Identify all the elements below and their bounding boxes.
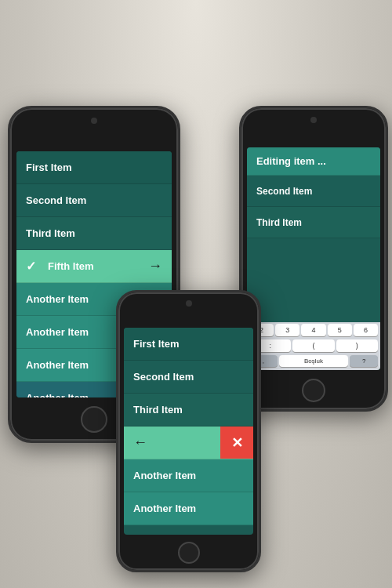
phone-camera-center <box>186 300 192 307</box>
list-item-label: First Item <box>26 162 162 173</box>
list-item-label: Third Item <box>256 217 302 228</box>
delete-button[interactable]: ✕ <box>220 426 253 459</box>
keyboard: 23456:(),Boşluk? <box>247 322 380 370</box>
list-item[interactable]: Third Item <box>247 207 380 238</box>
list-item-label: Third Item <box>26 227 162 239</box>
phone-camera-right <box>310 117 317 123</box>
phone-screen-right: Editing item ...Second ItemThird Item234… <box>247 147 380 370</box>
key-sym[interactable]: ) <box>336 339 378 352</box>
list-item[interactable]: Third Item <box>124 394 253 426</box>
key-3[interactable]: 3 <box>275 324 299 336</box>
checkmark-icon: ✓ <box>26 259 42 274</box>
arrow-left-icon: ← <box>133 434 147 451</box>
key-sym[interactable]: ( <box>292 339 334 352</box>
list-item-label: Third Item <box>133 404 183 416</box>
list-item[interactable]: ✓Fifth Item→ <box>16 250 172 283</box>
list-item[interactable]: First Item <box>16 151 172 184</box>
list-item-label: First Item <box>133 338 180 350</box>
list-item-label: Fifth Item <box>48 260 162 272</box>
list-item[interactable]: Second Item <box>247 176 380 207</box>
phone-camera <box>91 118 97 124</box>
arrow-right-icon: → <box>148 258 162 274</box>
cross-icon: ✕ <box>231 434 243 452</box>
key-6[interactable]: 6 <box>354 324 378 336</box>
list-item-label: Second Item <box>133 371 194 383</box>
phone-center-bottom: First ItemSecond ItemThird Item←✕Another… <box>116 290 261 572</box>
list-item-label: Second Item <box>256 186 312 197</box>
list-item[interactable]: Second Item <box>124 361 253 394</box>
list-item[interactable]: First Item <box>124 328 253 361</box>
list-item[interactable]: Another Item <box>124 459 253 492</box>
phone-home-button-right[interactable] <box>302 379 325 402</box>
phone-right: Editing item ...Second ItemThird Item234… <box>239 106 388 412</box>
key-5[interactable]: 5 <box>328 324 352 336</box>
list-item-label: Another Item <box>133 470 196 481</box>
phone-home-button-center[interactable] <box>178 542 200 564</box>
key-space[interactable]: Boşluk <box>279 355 349 367</box>
editing-item-row[interactable]: Editing item ... <box>247 147 380 176</box>
list-item[interactable]: Third Item <box>16 217 172 250</box>
list-item[interactable]: Second Item <box>16 184 172 217</box>
phone-screen-center: First ItemSecond ItemThird Item←✕Another… <box>124 328 253 535</box>
key-4[interactable]: 4 <box>301 324 325 336</box>
key-wide-right[interactable]: ? <box>350 355 378 367</box>
swipe-delete-row[interactable]: ←✕ <box>124 426 253 459</box>
list-item-label: Second Item <box>26 194 162 206</box>
swipe-left-part: ← <box>124 434 220 451</box>
list-item[interactable]: Another Item <box>124 492 253 525</box>
list-item-label: Another Item <box>133 503 196 514</box>
phone-home-button[interactable] <box>81 406 107 433</box>
